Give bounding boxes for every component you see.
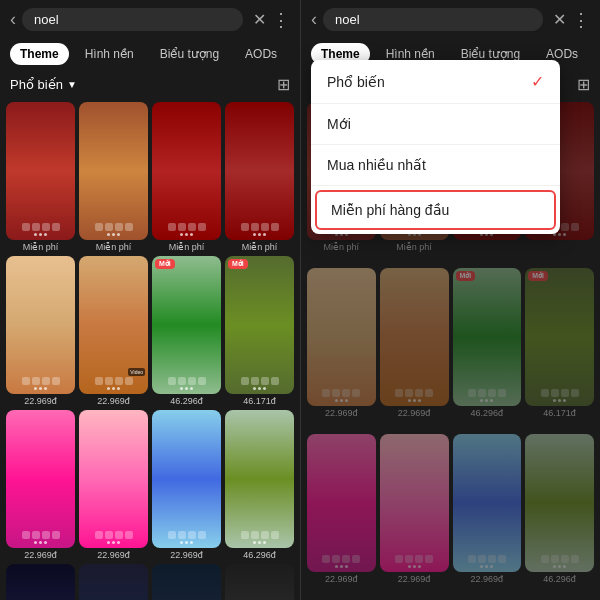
- left-panel: ‹ noel ✕ ⋮ Theme Hình nền Biểu tượng AOD…: [0, 0, 300, 600]
- tab-icons-left[interactable]: Biểu tượng: [150, 43, 229, 65]
- sort-dropdown-left[interactable]: Phổ biến ▼: [10, 77, 77, 92]
- more-button-right[interactable]: ⋮: [572, 9, 590, 31]
- theme-badge: Mới: [155, 259, 175, 269]
- theme-thumbnail: [380, 434, 449, 572]
- theme-thumbnail: [453, 434, 522, 572]
- search-input-right[interactable]: noel: [323, 8, 543, 31]
- theme-thumbnail: [380, 268, 449, 406]
- sort-label-text-left: Phổ biến: [10, 77, 63, 92]
- theme-price: Miễn phí: [242, 242, 278, 252]
- theme-price: Miễn phí: [96, 242, 132, 252]
- theme-thumbnail: [525, 434, 594, 572]
- list-item[interactable]: 22.969đ: [380, 268, 449, 430]
- back-button-left[interactable]: ‹: [10, 9, 16, 30]
- theme-price: 22.969đ: [398, 574, 431, 584]
- list-item[interactable]: Miễn phí: [79, 102, 148, 252]
- list-item[interactable]: Mới 46.296đ: [453, 268, 522, 430]
- list-item[interactable]: Mới 46.296đ: [152, 256, 221, 406]
- theme-thumbnail: [6, 410, 75, 548]
- theme-badge: Mới: [456, 271, 476, 281]
- theme-thumbnail: [152, 564, 221, 600]
- theme-price: Miễn phí: [396, 242, 432, 252]
- theme-price: 46.171đ: [243, 396, 276, 406]
- search-bar-right: ‹ noel ✕ ⋮: [301, 0, 600, 39]
- theme-thumbnail: [307, 268, 376, 406]
- theme-thumbnail: Mới: [152, 256, 221, 394]
- list-item[interactable]: [79, 564, 148, 600]
- list-item[interactable]: Miễn phí: [225, 102, 294, 252]
- theme-thumbnail: [6, 256, 75, 394]
- theme-thumbnail: Video: [79, 256, 148, 394]
- tab-wallpaper-left[interactable]: Hình nền: [75, 43, 144, 65]
- list-item[interactable]: Mới 46.171đ: [225, 256, 294, 406]
- list-item[interactable]: 22.969đ: [152, 410, 221, 560]
- theme-badge: Mới: [528, 271, 548, 281]
- theme-price: 22.969đ: [325, 408, 358, 418]
- sort-dropdown-menu: Phổ biến ✓ Mới Mua nhiều nhất Miễn phí h…: [311, 60, 560, 234]
- search-input-left[interactable]: noel: [22, 8, 243, 31]
- theme-price: 22.969đ: [24, 396, 57, 406]
- tab-bar-left: Theme Hình nền Biểu tượng AODs: [0, 39, 300, 71]
- dropdown-item-label: Miễn phí hàng đầu: [331, 202, 449, 218]
- list-item[interactable]: 22.969đ: [307, 434, 376, 596]
- list-item[interactable]: 22.969đ: [307, 268, 376, 430]
- search-query-right: noel: [335, 12, 360, 27]
- theme-thumbnail: [225, 564, 294, 600]
- list-item[interactable]: Miễn phí: [152, 102, 221, 252]
- theme-price: 22.969đ: [325, 574, 358, 584]
- list-item[interactable]: 22.969đ: [79, 410, 148, 560]
- list-item[interactable]: Mới 46.171đ: [525, 268, 594, 430]
- sort-arrow-left: ▼: [67, 79, 77, 90]
- list-item[interactable]: Miễn phí: [6, 102, 75, 252]
- back-button-right[interactable]: ‹: [311, 9, 317, 30]
- dropdown-item-label: Mới: [327, 116, 351, 132]
- theme-thumbnail: [6, 564, 75, 600]
- list-item[interactable]: [225, 564, 294, 600]
- right-panel: ‹ noel ✕ ⋮ Theme Hình nền Biểu tượng AOD…: [300, 0, 600, 600]
- theme-price: 46.296đ: [170, 396, 203, 406]
- themes-grid-left: Miễn phí Miễn phí Miễn phí: [0, 98, 300, 600]
- search-bar-left: ‹ noel ✕ ⋮: [0, 0, 300, 39]
- dropdown-item-free-top[interactable]: Miễn phí hàng đầu: [315, 190, 556, 230]
- theme-thumbnail: [79, 410, 148, 548]
- close-button-right[interactable]: ✕: [553, 10, 566, 29]
- grid-view-icon-left[interactable]: ⊞: [277, 75, 290, 94]
- theme-price: Miễn phí: [23, 242, 59, 252]
- more-button-left[interactable]: ⋮: [272, 9, 290, 31]
- dropdown-item-label: Phổ biến: [327, 74, 385, 90]
- list-item[interactable]: 22.969đ: [6, 256, 75, 406]
- list-item[interactable]: 46.296đ: [225, 410, 294, 560]
- check-icon: ✓: [531, 72, 544, 91]
- theme-price: 46.296đ: [243, 550, 276, 560]
- theme-thumbnail: [225, 102, 294, 240]
- dropdown-item-popular[interactable]: Phổ biến ✓: [311, 60, 560, 104]
- list-item[interactable]: 22.969đ: [380, 434, 449, 596]
- theme-price: 46.296đ: [543, 574, 576, 584]
- theme-price: 22.969đ: [471, 574, 504, 584]
- theme-price: 22.969đ: [24, 550, 57, 560]
- theme-price: 22.969đ: [97, 550, 130, 560]
- theme-thumbnail: [152, 410, 221, 548]
- search-query-left: noel: [34, 12, 59, 27]
- dropdown-item-new[interactable]: Mới: [311, 104, 560, 145]
- list-item[interactable]: Video 22.969đ: [79, 256, 148, 406]
- list-item[interactable]: 22.969đ: [453, 434, 522, 596]
- theme-price: Miễn phí: [169, 242, 205, 252]
- theme-thumbnail: Mới: [453, 268, 522, 406]
- dropdown-item-bestseller[interactable]: Mua nhiều nhất: [311, 145, 560, 186]
- tab-aods-left[interactable]: AODs: [235, 43, 287, 65]
- grid-view-icon-right[interactable]: ⊞: [577, 75, 590, 94]
- theme-thumbnail: [307, 434, 376, 572]
- list-item[interactable]: [6, 564, 75, 600]
- dropdown-item-label: Mua nhiều nhất: [327, 157, 426, 173]
- theme-thumbnail: [79, 102, 148, 240]
- list-item[interactable]: [152, 564, 221, 600]
- theme-thumbnail: [79, 564, 148, 600]
- close-button-left[interactable]: ✕: [253, 10, 266, 29]
- tab-theme-left[interactable]: Theme: [10, 43, 69, 65]
- theme-thumbnail: [6, 102, 75, 240]
- sort-bar-left: Phổ biến ▼ ⊞: [0, 71, 300, 98]
- list-item[interactable]: 22.969đ: [6, 410, 75, 560]
- list-item[interactable]: 46.296đ: [525, 434, 594, 596]
- theme-price: 46.171đ: [543, 408, 576, 418]
